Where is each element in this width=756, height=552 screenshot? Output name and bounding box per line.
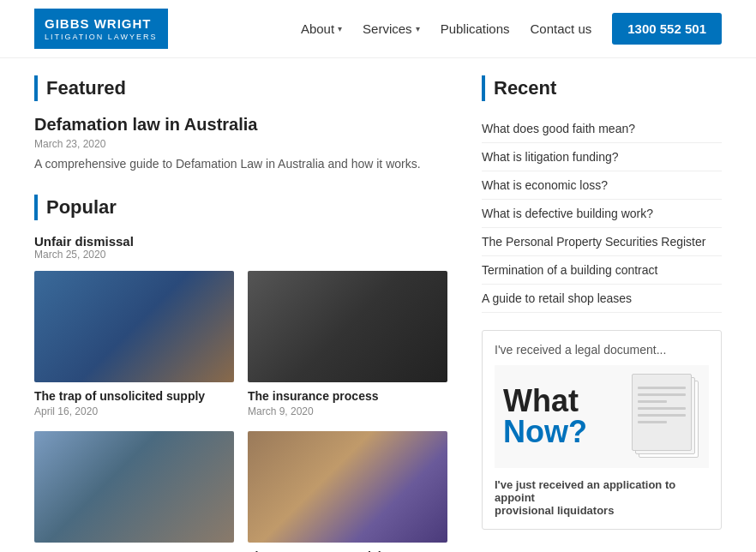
card-1-title: The trap of unsolicited supply	[34, 389, 234, 403]
card-2-date: March 9, 2020	[248, 405, 447, 417]
main-nav: About ▾ Services ▾ Publications Contact …	[301, 13, 722, 45]
list-item[interactable]: What is defective building work?	[482, 200, 722, 228]
chevron-down-icon: ▾	[416, 24, 420, 33]
what-now-footer: I've just received an application to app…	[495, 478, 709, 517]
recent-section-title: Recent	[494, 77, 556, 99]
card-3-image	[34, 431, 234, 543]
recent-link-5[interactable]: The Personal Property Securities Registe…	[482, 235, 705, 249]
card-1-image	[34, 271, 234, 382]
recent-link-7[interactable]: A guide to retail shop leases	[482, 291, 632, 305]
nav-about[interactable]: About ▾	[301, 21, 342, 36]
nav-publications[interactable]: Publications	[441, 21, 510, 36]
popular-card-1[interactable]: The trap of unsolicited supply April 16,…	[34, 271, 234, 417]
card-2-title: The insurance process	[248, 389, 447, 403]
card-4-image	[248, 431, 447, 543]
left-column: Featured Defamation law in Australia Mar…	[34, 75, 447, 552]
phone-button[interactable]: 1300 552 501	[612, 13, 722, 45]
doc-line	[638, 421, 667, 423]
recent-link-1[interactable]: What does good faith mean?	[482, 122, 635, 135]
header: GIBBS WRIGHT LITIGATION LAWYERS About ▾ …	[0, 0, 756, 58]
doc-line	[638, 387, 686, 389]
list-item[interactable]: Termination of a building contract	[482, 256, 722, 285]
recent-section: Recent What does good faith mean? What i…	[482, 75, 722, 313]
doc-page-front	[632, 374, 692, 451]
what-now-banner: What Now?	[495, 365, 709, 468]
document-stack-icon	[632, 374, 700, 459]
list-item[interactable]: A guide to retail shop leases	[482, 285, 722, 313]
section-bar-featured	[34, 75, 38, 101]
recent-link-6[interactable]: Termination of a building contract	[482, 263, 657, 277]
list-item[interactable]: What is economic loss?	[482, 171, 722, 200]
list-item[interactable]: The Personal Property Securities Registe…	[482, 228, 722, 256]
logo-line2: LITIGATION LAWYERS	[45, 33, 158, 43]
section-bar-recent	[482, 75, 485, 101]
chevron-down-icon: ▾	[338, 24, 342, 33]
doc-line	[638, 407, 686, 410]
featured-article-desc: A comprehensive guide to Defamation Law …	[34, 157, 447, 171]
popular-section-heading: Popular	[34, 195, 447, 220]
featured-article-date: March 23, 2020	[34, 138, 447, 150]
popular-top-item-date: March 25, 2020	[34, 249, 447, 261]
what-now-box[interactable]: I've received a legal document... What N…	[482, 330, 722, 530]
featured-section-title: Featured	[46, 77, 126, 99]
what-now-doc	[596, 374, 700, 459]
nav-contact[interactable]: Contact us	[531, 21, 592, 36]
doc-line	[638, 414, 686, 417]
what-now-now-label: Now?	[503, 417, 587, 447]
popular-section-title: Popular	[46, 196, 117, 219]
popular-top-item[interactable]: Unfair dismissal March 25, 2020	[34, 234, 447, 261]
list-item[interactable]: What does good faith mean?	[482, 115, 722, 143]
recent-section-heading: Recent	[482, 75, 722, 101]
section-bar-popular	[34, 195, 38, 220]
featured-section-heading: Featured	[34, 75, 447, 101]
card-2-image	[248, 271, 447, 382]
popular-top-item-title: Unfair dismissal	[34, 234, 447, 249]
doc-line	[638, 400, 667, 403]
logo-line1: GIBBS WRIGHT	[45, 15, 158, 33]
popular-card-2[interactable]: The insurance process March 9, 2020	[248, 271, 447, 417]
popular-grid: The trap of unsolicited supply April 16,…	[34, 271, 447, 552]
right-column: Recent What does good faith mean? What i…	[482, 75, 722, 552]
recent-link-3[interactable]: What is economic loss?	[482, 178, 608, 192]
recent-link-4[interactable]: What is defective building work?	[482, 207, 653, 220]
recent-link-2[interactable]: What is litigation funding?	[482, 150, 619, 164]
what-now-prompt: I've received a legal document...	[495, 343, 709, 357]
list-item[interactable]: What is litigation funding?	[482, 143, 722, 171]
popular-card-3	[34, 431, 234, 552]
what-now-what-label: What	[503, 386, 587, 417]
card-1-date: April 16, 2020	[34, 405, 234, 417]
featured-article-title[interactable]: Defamation law in Australia	[34, 115, 447, 135]
main-content: Featured Defamation law in Australia Mar…	[0, 58, 756, 552]
nav-services[interactable]: Services ▾	[363, 21, 420, 36]
popular-section: Popular Unfair dismissal March 25, 2020 …	[34, 195, 447, 552]
what-now-text: What Now?	[503, 386, 587, 447]
logo[interactable]: GIBBS WRIGHT LITIGATION LAWYERS	[34, 9, 168, 49]
recent-list: What does good faith mean? What is litig…	[482, 115, 722, 313]
popular-card-4[interactable]: The 5 stages to practising as a lawyer i…	[248, 431, 447, 552]
doc-line	[638, 393, 686, 396]
